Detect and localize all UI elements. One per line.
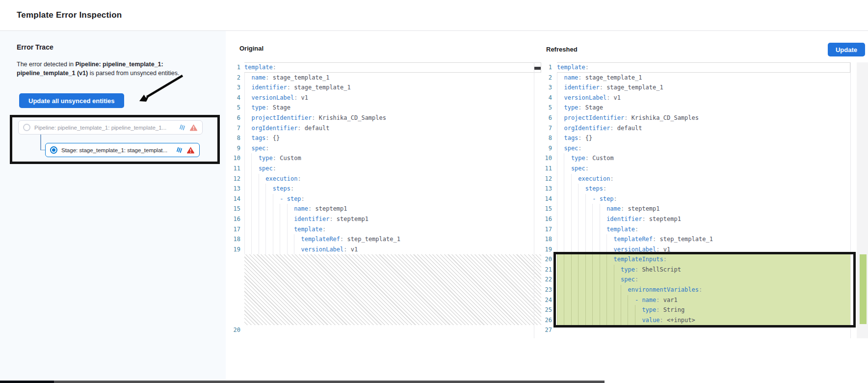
code-text: template: [557,224,850,235]
stage-radio[interactable] [50,146,57,154]
code-line[interactable]: 16identifier: steptemp1 [226,214,541,224]
code-text: type: String [557,305,850,315]
tree-connector [40,135,41,150]
code-line[interactable]: 22spec: [541,274,850,285]
refreshed-pane: Refreshed Update 1template:2name: stage_… [541,31,868,381]
line-number: 10 [541,153,552,164]
line-number: 24 [541,295,552,305]
code-line[interactable]: 20 [226,325,541,335]
overview-ruler-scrollbar[interactable] [857,62,868,338]
code-text: template: [244,62,541,73]
code-line[interactable]: 12execution: [541,174,850,184]
overview-cursor-marker [534,67,541,70]
code-line[interactable]: 23environmentVariables: [541,285,850,295]
refreshed-yaml-editor[interactable]: 1template:2name: stage_template_13identi… [541,62,850,335]
error-description-prefix: The error detected in [17,61,76,68]
code-line[interactable]: 2name: stage_template_1 [226,73,541,83]
code-text: name: stage_template_1 [244,73,541,83]
code-text: spec: [244,164,541,174]
code-line[interactable]: 15name: steptemp1 [541,204,850,214]
code-line[interactable]: 21type: ShellScript [541,265,850,275]
code-text: spec: [244,143,541,154]
code-line[interactable]: 11spec: [541,164,850,174]
code-line[interactable]: 5type: Stage [226,103,541,113]
code-text: projectIdentifier: Krishika_CD_Samples [244,113,541,123]
code-line[interactable]: 4versionLabel: v1 [541,93,850,103]
code-line[interactable]: 25type: String [541,305,850,315]
code-line[interactable]: 10type: Custom [226,153,541,164]
code-line[interactable]: 2name: stage_template_1 [541,73,850,83]
code-text: spec: [557,143,850,154]
error-tree-annotation-box: Pipeline: pipeline_template_1: pipeline_… [10,115,220,164]
line-number: 21 [541,265,552,275]
code-line[interactable]: 27 [541,325,850,335]
code-line[interactable]: 8tags: {} [541,133,850,143]
code-line[interactable]: 14- step: [541,194,850,204]
code-line[interactable]: 5type: Stage [541,103,850,113]
code-line[interactable]: 8tags: {} [226,133,541,143]
code-line[interactable]: 26value: <+input> [541,315,850,326]
line-number: 16 [226,214,240,224]
code-text: templateRef: step_template_1 [244,234,541,245]
error-description-suffix: is parsed from unsynced entities. [88,70,179,77]
tree-item-pipeline[interactable]: Pipeline: pipeline_template_1: pipeline_… [18,120,203,135]
collapsed-diff-region [244,254,541,325]
code-text: identifier: stage_template_1 [557,82,850,93]
error-trace-panel: Error Trace The error detected in Pipeli… [0,31,226,381]
code-line[interactable]: 7orgIdentifier: default [541,123,850,134]
code-line[interactable]: 9spec: [541,143,850,154]
code-line[interactable]: 13steps: [541,184,850,194]
code-line[interactable]: 24- name: var1 [541,295,850,305]
code-line[interactable]: 9spec: [226,143,541,154]
code-text: - name: var1 [557,295,850,305]
code-line[interactable]: 11spec: [226,164,541,174]
line-number: 7 [541,123,552,134]
update-all-unsynced-button[interactable]: Update all unsynced entities [19,93,124,108]
template-library-icon [179,124,185,131]
pipeline-radio[interactable] [23,124,30,131]
code-text: identifier: stage_template_1 [244,82,541,93]
code-text [557,325,850,335]
code-line[interactable]: 7orgIdentifier: default [226,123,541,134]
code-line[interactable]: 17template: [541,224,850,235]
code-text: execution: [244,174,541,184]
code-line[interactable]: 17template: [226,224,541,235]
code-line[interactable]: 20templateInputs: [541,254,850,265]
line-number: 26 [541,315,552,326]
code-text: spec: [557,274,850,285]
line-number: 8 [541,133,552,143]
code-line[interactable]: 12execution: [226,174,541,184]
code-text: type: Custom [557,153,850,164]
code-line[interactable]: 14- step: [226,194,541,204]
line-number: 10 [226,153,240,164]
error-description: The error detected in Pipeline: pipeline… [17,60,193,78]
bottom-bar-segment [605,381,868,383]
error-trace-heading: Error Trace [17,43,53,51]
code-line[interactable]: 18templateRef: step_template_1 [541,234,850,245]
code-line[interactable]: 6projectIdentifier: Krishika_CD_Samples [541,113,850,123]
code-line[interactable]: 3identifier: stage_template_1 [226,82,541,93]
code-line[interactable]: 1template: [541,62,850,73]
code-line[interactable]: 13steps: [226,184,541,194]
page-title: Template Error Inspection [17,10,122,20]
code-line[interactable]: 19versionLabel: v1 [541,245,850,255]
code-line[interactable]: 15name: steptemp1 [226,204,541,214]
tree-item-stage[interactable]: Stage: stage_template_1: stage_templat..… [45,143,200,157]
line-number: 18 [541,234,552,245]
code-line[interactable]: 10type: Custom [541,153,850,164]
code-line[interactable]: 18templateRef: step_template_1 [226,234,541,245]
warning-icon [186,146,195,154]
update-button[interactable]: Update [828,43,865,56]
code-line[interactable]: 19versionLabel: v1 [226,245,541,255]
code-text: templateRef: step_template_1 [557,234,850,245]
code-line[interactable]: 1template: [226,62,541,73]
original-yaml-editor[interactable]: 1template:2name: stage_template_13identi… [226,62,541,335]
code-text: steps: [244,184,541,194]
line-number: 4 [226,93,240,103]
code-line[interactable]: 16identifier: steptemp1 [541,214,850,224]
code-text: type: Stage [557,103,850,113]
code-line[interactable]: 3identifier: stage_template_1 [541,82,850,93]
code-line[interactable]: 4versionLabel: v1 [226,93,541,103]
line-number: 11 [541,164,552,174]
code-line[interactable]: 6projectIdentifier: Krishika_CD_Samples [226,113,541,123]
